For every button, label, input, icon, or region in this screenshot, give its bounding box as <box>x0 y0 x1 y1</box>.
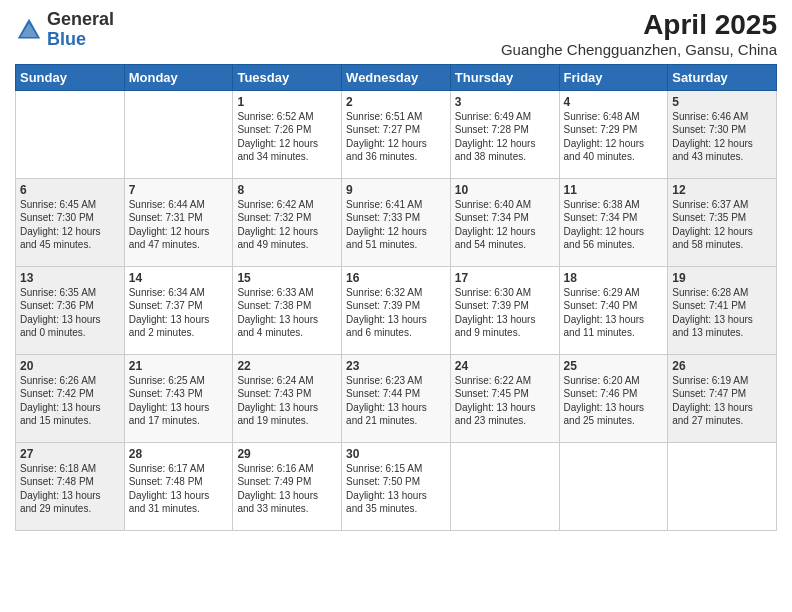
day-number: 11 <box>564 183 664 197</box>
calendar-week-row: 6Sunrise: 6:45 AM Sunset: 7:30 PM Daylig… <box>16 178 777 266</box>
calendar-day-cell: 30Sunrise: 6:15 AM Sunset: 7:50 PM Dayli… <box>342 442 451 530</box>
calendar-day-cell: 5Sunrise: 6:46 AM Sunset: 7:30 PM Daylig… <box>668 90 777 178</box>
day-info: Sunrise: 6:16 AM Sunset: 7:49 PM Dayligh… <box>237 462 337 516</box>
calendar-day-cell: 14Sunrise: 6:34 AM Sunset: 7:37 PM Dayli… <box>124 266 233 354</box>
day-number: 26 <box>672 359 772 373</box>
calendar-week-row: 20Sunrise: 6:26 AM Sunset: 7:42 PM Dayli… <box>16 354 777 442</box>
logo-blue-text: Blue <box>47 29 86 49</box>
page: General Blue April 2025 Guanghe Chenggua… <box>0 0 792 612</box>
day-info: Sunrise: 6:46 AM Sunset: 7:30 PM Dayligh… <box>672 110 772 164</box>
day-info: Sunrise: 6:17 AM Sunset: 7:48 PM Dayligh… <box>129 462 229 516</box>
calendar-week-row: 1Sunrise: 6:52 AM Sunset: 7:26 PM Daylig… <box>16 90 777 178</box>
day-number: 9 <box>346 183 446 197</box>
calendar-week-row: 13Sunrise: 6:35 AM Sunset: 7:36 PM Dayli… <box>16 266 777 354</box>
calendar-day-cell: 22Sunrise: 6:24 AM Sunset: 7:43 PM Dayli… <box>233 354 342 442</box>
day-info: Sunrise: 6:22 AM Sunset: 7:45 PM Dayligh… <box>455 374 555 428</box>
calendar-day-cell: 21Sunrise: 6:25 AM Sunset: 7:43 PM Dayli… <box>124 354 233 442</box>
header-sunday: Sunday <box>16 64 125 90</box>
calendar-day-cell: 16Sunrise: 6:32 AM Sunset: 7:39 PM Dayli… <box>342 266 451 354</box>
logo: General Blue <box>15 10 114 50</box>
day-number: 21 <box>129 359 229 373</box>
calendar-day-cell: 28Sunrise: 6:17 AM Sunset: 7:48 PM Dayli… <box>124 442 233 530</box>
day-number: 18 <box>564 271 664 285</box>
day-info: Sunrise: 6:19 AM Sunset: 7:47 PM Dayligh… <box>672 374 772 428</box>
day-info: Sunrise: 6:35 AM Sunset: 7:36 PM Dayligh… <box>20 286 120 340</box>
day-info: Sunrise: 6:33 AM Sunset: 7:38 PM Dayligh… <box>237 286 337 340</box>
logo-general-text: General <box>47 9 114 29</box>
calendar-day-cell: 26Sunrise: 6:19 AM Sunset: 7:47 PM Dayli… <box>668 354 777 442</box>
day-info: Sunrise: 6:38 AM Sunset: 7:34 PM Dayligh… <box>564 198 664 252</box>
calendar-day-cell: 13Sunrise: 6:35 AM Sunset: 7:36 PM Dayli… <box>16 266 125 354</box>
day-number: 22 <box>237 359 337 373</box>
calendar-day-cell: 9Sunrise: 6:41 AM Sunset: 7:33 PM Daylig… <box>342 178 451 266</box>
day-info: Sunrise: 6:45 AM Sunset: 7:30 PM Dayligh… <box>20 198 120 252</box>
calendar-day-cell: 10Sunrise: 6:40 AM Sunset: 7:34 PM Dayli… <box>450 178 559 266</box>
day-info: Sunrise: 6:32 AM Sunset: 7:39 PM Dayligh… <box>346 286 446 340</box>
calendar-day-cell: 12Sunrise: 6:37 AM Sunset: 7:35 PM Dayli… <box>668 178 777 266</box>
calendar-day-cell <box>450 442 559 530</box>
header-saturday: Saturday <box>668 64 777 90</box>
header-tuesday: Tuesday <box>233 64 342 90</box>
day-info: Sunrise: 6:51 AM Sunset: 7:27 PM Dayligh… <box>346 110 446 164</box>
day-number: 13 <box>20 271 120 285</box>
day-info: Sunrise: 6:28 AM Sunset: 7:41 PM Dayligh… <box>672 286 772 340</box>
day-info: Sunrise: 6:49 AM Sunset: 7:28 PM Dayligh… <box>455 110 555 164</box>
calendar-day-cell: 4Sunrise: 6:48 AM Sunset: 7:29 PM Daylig… <box>559 90 668 178</box>
day-number: 20 <box>20 359 120 373</box>
day-number: 17 <box>455 271 555 285</box>
day-number: 29 <box>237 447 337 461</box>
day-number: 14 <box>129 271 229 285</box>
day-number: 7 <box>129 183 229 197</box>
day-info: Sunrise: 6:52 AM Sunset: 7:26 PM Dayligh… <box>237 110 337 164</box>
day-number: 4 <box>564 95 664 109</box>
day-info: Sunrise: 6:26 AM Sunset: 7:42 PM Dayligh… <box>20 374 120 428</box>
title-block: April 2025 Guanghe Chengguanzhen, Gansu,… <box>501 10 777 58</box>
calendar-day-cell: 6Sunrise: 6:45 AM Sunset: 7:30 PM Daylig… <box>16 178 125 266</box>
calendar-day-cell: 8Sunrise: 6:42 AM Sunset: 7:32 PM Daylig… <box>233 178 342 266</box>
calendar-subtitle: Guanghe Chengguanzhen, Gansu, China <box>501 41 777 58</box>
day-number: 12 <box>672 183 772 197</box>
day-number: 16 <box>346 271 446 285</box>
logo-icon <box>15 16 43 44</box>
day-number: 30 <box>346 447 446 461</box>
day-info: Sunrise: 6:41 AM Sunset: 7:33 PM Dayligh… <box>346 198 446 252</box>
calendar-day-cell <box>559 442 668 530</box>
header-thursday: Thursday <box>450 64 559 90</box>
calendar-day-cell: 20Sunrise: 6:26 AM Sunset: 7:42 PM Dayli… <box>16 354 125 442</box>
day-number: 10 <box>455 183 555 197</box>
day-number: 3 <box>455 95 555 109</box>
calendar-day-cell: 11Sunrise: 6:38 AM Sunset: 7:34 PM Dayli… <box>559 178 668 266</box>
calendar-day-cell: 7Sunrise: 6:44 AM Sunset: 7:31 PM Daylig… <box>124 178 233 266</box>
day-info: Sunrise: 6:20 AM Sunset: 7:46 PM Dayligh… <box>564 374 664 428</box>
day-number: 25 <box>564 359 664 373</box>
day-info: Sunrise: 6:40 AM Sunset: 7:34 PM Dayligh… <box>455 198 555 252</box>
day-info: Sunrise: 6:25 AM Sunset: 7:43 PM Dayligh… <box>129 374 229 428</box>
calendar-day-cell: 1Sunrise: 6:52 AM Sunset: 7:26 PM Daylig… <box>233 90 342 178</box>
calendar-day-cell: 17Sunrise: 6:30 AM Sunset: 7:39 PM Dayli… <box>450 266 559 354</box>
day-info: Sunrise: 6:37 AM Sunset: 7:35 PM Dayligh… <box>672 198 772 252</box>
calendar-day-cell: 15Sunrise: 6:33 AM Sunset: 7:38 PM Dayli… <box>233 266 342 354</box>
day-info: Sunrise: 6:34 AM Sunset: 7:37 PM Dayligh… <box>129 286 229 340</box>
day-number: 27 <box>20 447 120 461</box>
calendar-day-cell: 2Sunrise: 6:51 AM Sunset: 7:27 PM Daylig… <box>342 90 451 178</box>
calendar-day-cell: 19Sunrise: 6:28 AM Sunset: 7:41 PM Dayli… <box>668 266 777 354</box>
calendar-day-cell: 3Sunrise: 6:49 AM Sunset: 7:28 PM Daylig… <box>450 90 559 178</box>
day-number: 6 <box>20 183 120 197</box>
calendar-week-row: 27Sunrise: 6:18 AM Sunset: 7:48 PM Dayli… <box>16 442 777 530</box>
calendar-day-cell: 27Sunrise: 6:18 AM Sunset: 7:48 PM Dayli… <box>16 442 125 530</box>
day-number: 19 <box>672 271 772 285</box>
day-number: 8 <box>237 183 337 197</box>
calendar-day-cell: 29Sunrise: 6:16 AM Sunset: 7:49 PM Dayli… <box>233 442 342 530</box>
calendar-day-cell: 18Sunrise: 6:29 AM Sunset: 7:40 PM Dayli… <box>559 266 668 354</box>
day-info: Sunrise: 6:24 AM Sunset: 7:43 PM Dayligh… <box>237 374 337 428</box>
day-number: 24 <box>455 359 555 373</box>
day-info: Sunrise: 6:29 AM Sunset: 7:40 PM Dayligh… <box>564 286 664 340</box>
calendar-header: Sunday Monday Tuesday Wednesday Thursday… <box>16 64 777 90</box>
day-number: 23 <box>346 359 446 373</box>
calendar-day-cell: 24Sunrise: 6:22 AM Sunset: 7:45 PM Dayli… <box>450 354 559 442</box>
day-number: 2 <box>346 95 446 109</box>
calendar-body: 1Sunrise: 6:52 AM Sunset: 7:26 PM Daylig… <box>16 90 777 530</box>
day-number: 5 <box>672 95 772 109</box>
calendar-day-cell <box>668 442 777 530</box>
calendar-title: April 2025 <box>501 10 777 41</box>
